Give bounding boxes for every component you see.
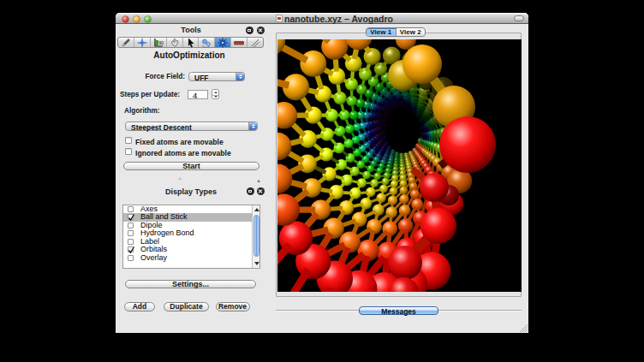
svg-text:90: 90 xyxy=(158,40,164,45)
